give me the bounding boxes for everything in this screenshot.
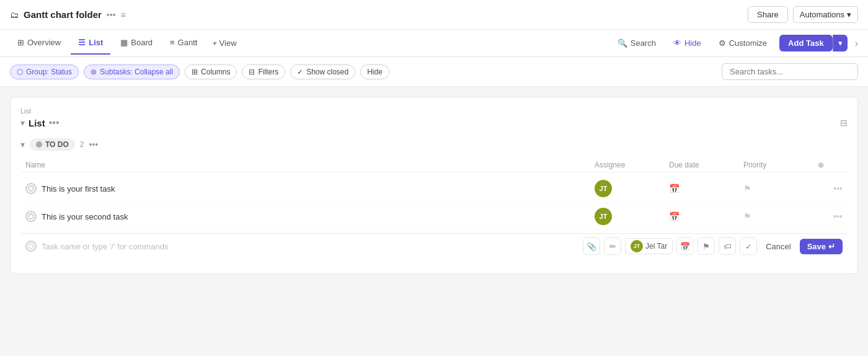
task-name-cell: This is your first task bbox=[25, 183, 595, 194]
main-content: List ▾ List ••• ⊟ ▾ TO DO 2 ••• Nam bbox=[0, 87, 868, 356]
task-table-header: Name Assignee Due date Priority ⊕ bbox=[20, 158, 848, 172]
folder-icon: 🗂 bbox=[10, 10, 19, 20]
filters-button[interactable]: ⊟ Filters bbox=[242, 65, 285, 79]
task-more-1[interactable]: ••• bbox=[818, 184, 843, 194]
new-task-checkbox[interactable] bbox=[25, 241, 37, 252]
new-task-left bbox=[25, 241, 583, 252]
customize-icon: ⚙ bbox=[719, 38, 726, 48]
columns-icon: ⊞ bbox=[192, 68, 198, 76]
add-task-wrap: Add Task ▾ bbox=[779, 35, 848, 51]
table-row: This is your second task JT 📅 ⚑ ••• bbox=[20, 203, 848, 231]
subtasks-chip[interactable]: ⊛ Subtasks: Collapse all bbox=[84, 65, 180, 79]
filter-icon: ⊟ bbox=[249, 68, 255, 76]
task-more-2[interactable]: ••• bbox=[818, 211, 843, 221]
task-table: This is your first task JT 📅 ⚑ ••• bbox=[20, 175, 848, 259]
assignee-avatar: JT bbox=[631, 240, 643, 252]
top-bar-more[interactable]: ••• bbox=[107, 10, 116, 20]
group-status-chip[interactable]: ⬡ Group: Status bbox=[10, 65, 79, 79]
show-closed-button[interactable]: ✓ Show closed bbox=[290, 65, 355, 79]
due-date-icon[interactable]: 📅 bbox=[676, 238, 694, 255]
columns-button[interactable]: ⊞ Columns bbox=[185, 65, 237, 79]
status-dot bbox=[36, 141, 42, 148]
overview-icon: ⊞ bbox=[17, 38, 24, 47]
layers-icon: ⬡ bbox=[17, 68, 23, 76]
customize-button[interactable]: ⚙ Customize bbox=[714, 35, 772, 51]
folder-title: Gantt chart folder bbox=[24, 9, 102, 20]
task-name-2: This is your second task bbox=[42, 212, 128, 221]
add-column-icon[interactable]: ⊕ bbox=[818, 161, 843, 169]
nav-bar: ⊞ Overview ☰ List ▦ Board ≡ Gantt + View… bbox=[0, 30, 868, 57]
due-date-cell-2[interactable]: 📅 bbox=[669, 211, 743, 221]
toolbar: ⬡ Group: Status ⊛ Subtasks: Collapse all… bbox=[0, 57, 868, 87]
nav-more-button[interactable]: › bbox=[855, 38, 858, 49]
share-button[interactable]: Share bbox=[748, 6, 788, 23]
status-section: ▾ TO DO 2 ••• Name Assignee Due date Pri… bbox=[20, 138, 848, 259]
add-task-dropdown[interactable]: ▾ bbox=[833, 35, 848, 51]
assignee-cell-1[interactable]: JT bbox=[595, 180, 669, 197]
save-enter-icon: ↵ bbox=[828, 242, 835, 251]
status-count: 2 bbox=[80, 140, 84, 149]
task-name-1: This is your first task bbox=[42, 184, 115, 194]
automations-chevron-icon: ▾ bbox=[847, 10, 851, 19]
table-row: This is your first task JT 📅 ⚑ ••• bbox=[20, 175, 848, 203]
board-icon: ▦ bbox=[120, 38, 128, 47]
status-badge: TO DO bbox=[30, 138, 75, 151]
collapse-right-icon[interactable]: ⊟ bbox=[840, 118, 848, 128]
assignee-cell-2[interactable]: JT bbox=[595, 208, 669, 225]
list-title: List bbox=[29, 118, 45, 128]
hide-toolbar-button[interactable]: Hide bbox=[360, 65, 389, 79]
search-icon: 🔍 bbox=[618, 38, 627, 48]
add-view-button[interactable]: + View bbox=[207, 32, 241, 54]
automations-button[interactable]: Automations ▾ bbox=[793, 6, 858, 23]
avatar-1: JT bbox=[595, 180, 612, 197]
top-bar-left: 🗂 Gantt chart folder ••• ≡ bbox=[10, 9, 126, 20]
top-bar-right: Share Automations ▾ bbox=[748, 6, 858, 23]
top-bar-menu[interactable]: ≡ bbox=[121, 10, 126, 20]
assignee-chip[interactable]: JT Jel Tar bbox=[625, 238, 673, 254]
gantt-icon: ≡ bbox=[170, 38, 175, 47]
tab-gantt[interactable]: ≡ Gantt bbox=[162, 32, 205, 55]
task-checkbox-1[interactable] bbox=[25, 183, 37, 194]
priority-cell-1[interactable]: ⚑ bbox=[743, 184, 818, 194]
tab-board[interactable]: ▦ Board bbox=[113, 32, 160, 55]
list-container: List ▾ List ••• ⊟ ▾ TO DO 2 ••• Nam bbox=[10, 97, 858, 274]
nav-right: 🔍 Search 👁 Hide ⚙ Customize Add Task ▾ › bbox=[613, 35, 858, 51]
list-collapse-icon[interactable]: ▾ bbox=[20, 118, 25, 128]
flag-icon[interactable]: ⚑ bbox=[698, 238, 715, 255]
new-task-input[interactable] bbox=[42, 242, 583, 251]
list-title-row: ▾ List ••• ⊟ bbox=[20, 117, 848, 128]
status-header: ▾ TO DO 2 ••• bbox=[20, 138, 848, 151]
hide-icon: 👁 bbox=[673, 38, 681, 48]
tab-list[interactable]: ☰ List bbox=[71, 32, 110, 55]
subtasks-icon: ⊛ bbox=[91, 68, 97, 76]
new-task-right: 📎 ✏ JT Jel Tar 📅 ⚑ 🏷 ✓ Cancel Save bbox=[583, 238, 843, 255]
check-icon[interactable]: ✓ bbox=[740, 238, 757, 255]
show-closed-icon: ✓ bbox=[297, 68, 303, 76]
hide-button[interactable]: 👁 Hide bbox=[668, 35, 706, 51]
new-task-row: 📎 ✏ JT Jel Tar 📅 ⚑ 🏷 ✓ Cancel Save bbox=[20, 233, 848, 259]
list-icon: ☰ bbox=[78, 38, 86, 47]
list-title-left: ▾ List ••• bbox=[20, 117, 59, 128]
add-task-button[interactable]: Add Task bbox=[779, 35, 833, 51]
status-chevron-icon[interactable]: ▾ bbox=[20, 140, 25, 149]
tab-overview[interactable]: ⊞ Overview bbox=[10, 32, 68, 55]
priority-cell-2[interactable]: ⚑ bbox=[743, 211, 818, 221]
top-bar: 🗂 Gantt chart folder ••• ≡ Share Automat… bbox=[0, 0, 868, 30]
status-more-icon[interactable]: ••• bbox=[89, 140, 98, 149]
list-label: List bbox=[20, 107, 848, 115]
avatar-2: JT bbox=[595, 208, 612, 225]
cancel-button[interactable]: Cancel bbox=[761, 239, 795, 254]
save-button[interactable]: Save ↵ bbox=[800, 239, 843, 254]
list-more-icon[interactable]: ••• bbox=[49, 117, 60, 128]
attachment-icon[interactable]: 📎 bbox=[583, 238, 600, 255]
nav-tabs: ⊞ Overview ☰ List ▦ Board ≡ Gantt + View bbox=[10, 32, 242, 55]
due-date-cell-1[interactable]: 📅 bbox=[669, 184, 743, 194]
tag-icon[interactable]: 🏷 bbox=[719, 238, 736, 255]
edit-icon[interactable]: ✏ bbox=[604, 238, 621, 255]
search-tasks-input[interactable] bbox=[722, 63, 858, 80]
task-checkbox-2[interactable] bbox=[25, 211, 37, 222]
task-name-cell-2: This is your second task bbox=[25, 211, 595, 222]
toolbar-left: ⬡ Group: Status ⊛ Subtasks: Collapse all… bbox=[10, 65, 389, 79]
search-button[interactable]: 🔍 Search bbox=[613, 35, 661, 51]
